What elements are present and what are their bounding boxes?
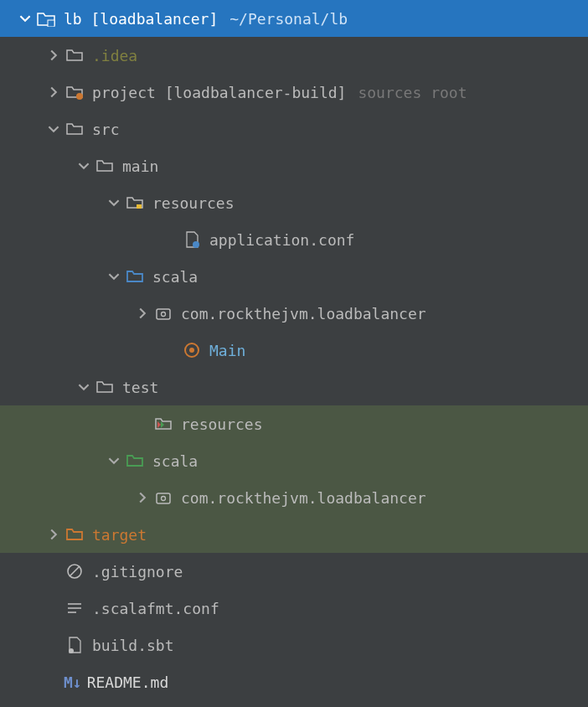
source-folder-icon <box>124 266 146 287</box>
chevron-down-icon <box>74 381 94 393</box>
chevron-down-icon <box>104 197 124 209</box>
tree-row-scalafmt[interactable]: · .scalafmt.conf <box>0 590 588 627</box>
tree-row-target[interactable]: target <box>0 516 588 553</box>
sbt-file-icon <box>64 634 85 656</box>
readme-label: README.md <box>87 673 169 691</box>
root-path: ~/Personal/lb <box>230 10 348 28</box>
tree-row-main-file[interactable]: · Main <box>0 332 588 369</box>
svg-point-15 <box>69 648 74 653</box>
src-label: src <box>92 121 120 138</box>
package-label: com.rockthejvm.loadbalancer <box>181 305 426 323</box>
project-tree: lb [loadbalancer] ~/Personal/lb .idea pr… <box>0 0 588 700</box>
project-suffix: sources root <box>358 84 467 101</box>
resources-label: resources <box>152 194 235 212</box>
svg-line-11 <box>70 566 80 576</box>
folder-icon <box>64 118 85 140</box>
chevron-right-icon <box>44 86 64 98</box>
svg-point-9 <box>162 497 166 501</box>
svg-rect-4 <box>157 309 170 319</box>
idea-label: .idea <box>92 47 137 65</box>
test-package-label: com.rockthejvm.loadbalancer <box>181 489 426 507</box>
tree-row-root[interactable]: lb [loadbalancer] ~/Personal/lb <box>0 0 588 37</box>
appconf-label: application.conf <box>209 231 354 249</box>
svg-rect-2 <box>137 204 142 209</box>
folder-icon <box>94 155 116 177</box>
package-icon <box>152 302 174 324</box>
package-icon <box>152 487 174 508</box>
svg-point-7 <box>189 348 194 353</box>
text-file-icon <box>64 597 85 619</box>
svg-point-5 <box>162 312 166 317</box>
chevron-down-icon <box>15 13 35 24</box>
excluded-folder-icon <box>64 524 85 545</box>
scala-src-label: scala <box>152 268 198 286</box>
tree-row-appconf[interactable]: · application.conf <box>0 221 588 258</box>
chevron-down-icon <box>44 123 64 135</box>
chevron-right-icon <box>44 529 64 540</box>
tree-row-test[interactable]: test <box>0 369 588 405</box>
conf-file-icon <box>181 229 203 250</box>
chevron-down-icon <box>104 271 124 282</box>
svg-point-3 <box>193 241 199 248</box>
test-resources-folder-icon <box>152 413 174 435</box>
test-source-folder-icon <box>124 450 146 472</box>
tree-row-test-resources[interactable]: · resources <box>0 405 588 442</box>
scala-object-icon <box>181 339 203 361</box>
tree-row-idea[interactable]: .idea <box>0 37 588 74</box>
svg-rect-0 <box>48 20 54 27</box>
tree-row-scala-src[interactable]: scala <box>0 258 588 295</box>
test-resources-label: resources <box>181 415 263 433</box>
chevron-down-icon <box>74 160 94 172</box>
test-label: test <box>122 379 158 396</box>
chevron-right-icon <box>44 49 64 61</box>
tree-row-readme[interactable]: · M↓ README.md <box>0 663 588 700</box>
chevron-down-icon <box>104 455 124 467</box>
svg-point-1 <box>76 93 83 100</box>
resources-folder-icon <box>124 192 146 214</box>
main-file-label: Main <box>209 342 245 359</box>
test-scala-label: scala <box>152 452 198 470</box>
module-folder-icon <box>64 81 85 103</box>
tree-row-test-package[interactable]: com.rockthejvm.loadbalancer <box>0 479 588 516</box>
tree-row-main[interactable]: main <box>0 147 588 184</box>
chevron-right-icon <box>132 492 152 503</box>
tree-row-gitignore[interactable]: · .gitignore <box>0 553 588 590</box>
ignore-file-icon <box>64 560 85 582</box>
markdown-icon: M↓ <box>64 673 82 691</box>
tree-row-package[interactable]: com.rockthejvm.loadbalancer <box>0 295 588 332</box>
folder-icon <box>94 376 116 398</box>
project-label: project [loadbalancer-build] <box>92 84 346 101</box>
tree-row-src[interactable]: src <box>0 111 588 147</box>
svg-rect-8 <box>157 493 170 503</box>
folder-icon <box>64 44 85 66</box>
tree-row-resources[interactable]: resources <box>0 184 588 221</box>
scalafmt-label: .scalafmt.conf <box>92 600 219 617</box>
buildsbt-label: build.sbt <box>92 637 174 654</box>
tree-row-buildsbt[interactable]: · build.sbt <box>0 627 588 663</box>
target-label: target <box>92 526 147 544</box>
chevron-right-icon <box>132 307 152 319</box>
module-folder-icon <box>35 8 57 29</box>
root-label: lb [loadbalancer] <box>64 10 218 28</box>
gitignore-label: .gitignore <box>92 563 183 581</box>
tree-row-test-scala[interactable]: scala <box>0 442 588 479</box>
tree-row-project[interactable]: project [loadbalancer-build] sources roo… <box>0 74 588 111</box>
main-label: main <box>122 157 158 175</box>
